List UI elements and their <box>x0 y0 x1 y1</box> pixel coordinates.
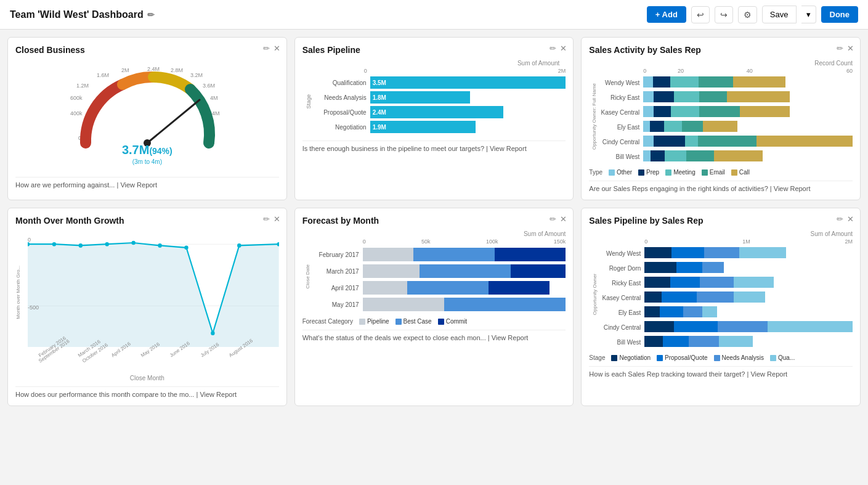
activity-row-kasey: Kasey Central <box>599 106 853 118</box>
pr-row-kasey: Kasey Central <box>600 291 853 304</box>
svg-text:600k: 600k <box>70 95 83 101</box>
pipeline-rep-axis-label: Sum of Amount <box>589 230 853 237</box>
pr-row-roger: Roger Dorn <box>600 262 853 274</box>
pipeline-y-label: Stage <box>306 94 312 109</box>
mom-y-axis: Month over Month Gro... <box>15 230 28 354</box>
topbar: Team 'Wild West' Dashboard ✏ + Add ↩ ↪ ⚙… <box>0 0 868 30</box>
activity-y-axis-wrap: Opportunity Owner: Full Name <box>589 68 599 165</box>
activity-row-ricky: Ricky East <box>599 91 853 104</box>
forecast-title: Forecast by Month <box>302 216 566 226</box>
forecast-y-axis: Close Date <box>302 238 314 314</box>
sales-pipeline-title: Sales Pipeline <box>302 45 566 55</box>
gauge-range: (3m to 4m) <box>132 158 162 165</box>
activity-row-ely: Ely East <box>599 121 853 133</box>
activity-legend: Type Other Prep Meeting Email Call <box>589 169 853 176</box>
close-pipeline-rep-icon[interactable]: ✕ <box>847 214 854 224</box>
pipeline-x-ticks: 0 2M <box>364 68 566 74</box>
forecast-footer: What's the status of the deals we expect… <box>302 330 566 341</box>
close-card-icon[interactable]: ✕ <box>274 44 280 53</box>
pipeline-bar-row-3: Negotiation 1.9M <box>315 121 566 133</box>
svg-text:4M: 4M <box>210 95 218 101</box>
svg-text:4M: 4M <box>212 110 220 116</box>
edit-card-icon[interactable]: ✏ <box>263 44 270 53</box>
gauge-container: 0 400k 600k 1.2M 1.6M 2M 2.4M 2.8M 3.2M … <box>15 60 279 172</box>
pipeline-y-axis: Stage <box>302 68 315 136</box>
forecast-row-feb: February 2017 <box>314 248 566 261</box>
pipeline-rep-chart: Opportunity Owner 01M2M Wendy West <box>589 238 853 351</box>
mom-y-label: Month over Month Gro... <box>15 266 21 319</box>
pipeline-rep-card: Sales Pipeline by Sales Rep ✏ ✕ Sum of A… <box>581 208 861 406</box>
pipeline-axis-label: Sum of Amount <box>302 60 560 67</box>
activity-y-label: Opportunity Owner: Full Name <box>591 83 597 150</box>
add-button[interactable]: + Add <box>647 6 686 23</box>
closed-business-card: Closed Business ✏ ✕ 0 400k 600k 1.2M 1.6… <box>7 37 287 200</box>
save-button[interactable]: Save <box>762 6 797 23</box>
svg-text:2M: 2M <box>121 67 129 73</box>
mom-x-labels: February 2016 March 2016 April 2016 May … <box>34 354 279 365</box>
pipeline-bar-row-2: Proposal/Quote 2.4M <box>315 106 566 118</box>
undo-button[interactable]: ↩ <box>691 6 710 23</box>
mom-growth-title: Month Over Month Growth <box>15 216 279 226</box>
edit-activity-icon[interactable]: ✏ <box>837 44 843 53</box>
activity-chart: Opportunity Owner: Full Name 0 20 40 60 … <box>589 68 853 165</box>
edit-mom-icon[interactable]: ✏ <box>263 214 270 224</box>
forecast-bars: 050k100k150k February 2017 March 2017 <box>314 238 566 314</box>
edit-title-icon[interactable]: ✏ <box>147 10 155 20</box>
sales-activity-footer: Are our Sales Reps engaging in the right… <box>589 181 853 192</box>
close-mom-icon[interactable]: ✕ <box>274 214 280 224</box>
sales-pipeline-footer: Is there enough business in the pipeline… <box>302 141 566 152</box>
save-dropdown-button[interactable]: ▾ <box>801 6 816 23</box>
activity-bars-wrap: 0 20 40 60 Wendy West <box>599 68 853 165</box>
svg-point-17 <box>52 242 56 247</box>
pipeline-rep-bars: 01M2M Wendy West R <box>600 238 853 351</box>
pipeline-rep-legend: Stage Negotiation Proposal/Quote Needs A… <box>589 354 853 361</box>
pipeline-bars: 0 2M Qualification 3.5M Needs Analysis 1… <box>315 68 566 136</box>
pipeline-bar-row-1: Needs Analysis 1.8M <box>315 91 566 104</box>
pipeline-bar-row-0: Qualification 3.5M <box>315 76 566 89</box>
settings-button[interactable]: ⚙ <box>738 6 757 23</box>
pipeline-rep-title: Sales Pipeline by Sales Rep <box>589 216 853 226</box>
activity-row-bill: Bill West <box>599 150 853 163</box>
closed-business-title: Closed Business <box>15 45 279 55</box>
pipeline-rep-x-ticks: 01M2M <box>644 238 853 245</box>
mom-line-svg <box>28 230 279 354</box>
svg-point-22 <box>184 245 188 250</box>
svg-text:1.2M: 1.2M <box>76 83 89 89</box>
edit-pipeline-rep-icon[interactable]: ✏ <box>837 214 843 224</box>
forecast-axis-label: Sum of Amount <box>302 230 566 237</box>
forecast-row-mar: March 2017 <box>314 264 566 278</box>
svg-point-24 <box>237 243 241 248</box>
close-forecast-icon[interactable]: ✕ <box>560 214 567 224</box>
svg-line-12 <box>147 100 200 143</box>
svg-text:2.4M: 2.4M <box>147 66 160 72</box>
pipeline-rep-y-axis: Opportunity Owner <box>589 238 600 351</box>
svg-point-21 <box>158 243 161 248</box>
mom-chart: Month over Month Gro... 0 -500 <box>15 230 279 354</box>
forecast-legend: Forecast Category Pipeline Best Case Com… <box>302 318 566 325</box>
pr-row-wendy: Wendy West <box>600 247 853 259</box>
sales-activity-card: Sales Activity by Sales Rep ✏ ✕ Record C… <box>581 37 861 200</box>
svg-text:3.2M: 3.2M <box>190 72 203 78</box>
redo-button[interactable]: ↪ <box>715 6 733 23</box>
forecast-row-may: May 2017 <box>314 298 566 311</box>
sales-activity-title: Sales Activity by Sales Rep <box>589 45 853 55</box>
pipeline-chart: Stage 0 2M Qualification 3.5M Needs Anal… <box>302 68 566 136</box>
gauge-value-display: 3.7M(94%) (3m to 4m) <box>122 143 172 166</box>
svg-text:1.6M: 1.6M <box>97 72 109 78</box>
forecast-chart: Close Date 050k100k150k February 2017 Ma… <box>302 238 566 314</box>
close-activity-icon[interactable]: ✕ <box>847 44 854 53</box>
pr-row-ely: Ely East <box>600 306 853 319</box>
activity-x-ticks: 0 20 40 60 <box>643 68 853 74</box>
forecast-card: Forecast by Month ✏ ✕ Sum of Amount Clos… <box>294 208 574 406</box>
mom-chart-area: 0 -500 <box>28 230 279 354</box>
sales-pipeline-card: Sales Pipeline ✏ ✕ Sum of Amount Stage 0… <box>294 37 574 200</box>
forecast-row-apr: April 2017 <box>314 281 566 295</box>
done-button[interactable]: Done <box>821 6 859 23</box>
forecast-x-ticks: 050k100k150k <box>363 238 566 245</box>
mom-growth-card: Month Over Month Growth ✏ ✕ Month over M… <box>7 208 287 406</box>
edit-forecast-icon[interactable]: ✏ <box>550 214 556 224</box>
close-pipeline-icon[interactable]: ✕ <box>560 44 567 53</box>
mom-x-axis-label: Close Month <box>15 375 279 381</box>
svg-point-20 <box>131 241 135 245</box>
edit-pipeline-icon[interactable]: ✏ <box>550 44 556 53</box>
